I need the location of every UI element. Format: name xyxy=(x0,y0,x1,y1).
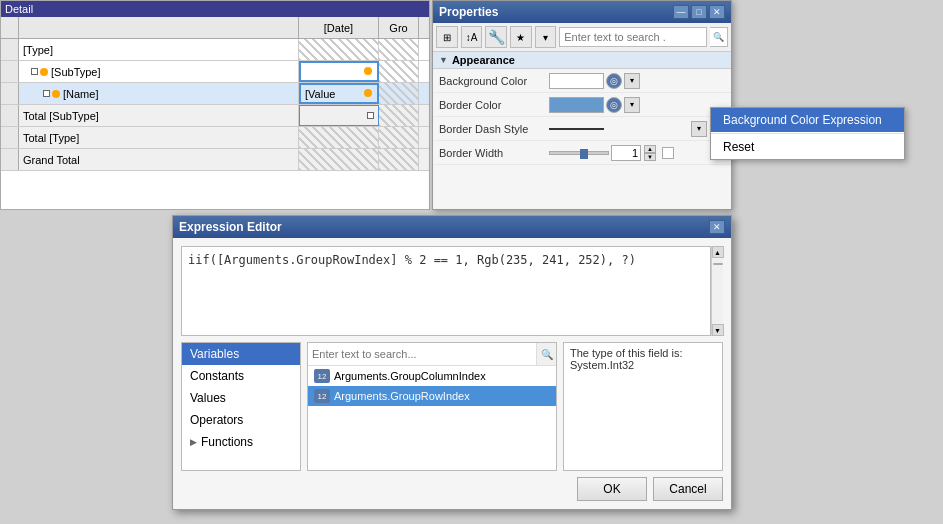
designer-grid: [Date] Gro [Type] [SubType] xyxy=(1,17,429,200)
expr-editor-titlebar: Expression Editor ✕ xyxy=(173,216,731,238)
maximize-button[interactable]: □ xyxy=(691,5,707,19)
expr-search-icon[interactable]: 🔍 xyxy=(536,343,556,365)
search-icon[interactable]: 🔍 xyxy=(710,27,728,47)
border-width-slider[interactable] xyxy=(549,151,609,155)
expr-editor-close-button[interactable]: ✕ xyxy=(709,220,725,234)
ok-button[interactable]: OK xyxy=(577,477,647,501)
small-square-icon xyxy=(31,68,38,75)
border-width-value: ▲ ▼ xyxy=(549,145,725,161)
panel-toolbar: ⊞ ↕A 🔧 ★ ▾ 🔍 xyxy=(433,23,731,52)
properties-search-input[interactable] xyxy=(559,27,707,47)
border-color-label: Border Color xyxy=(439,99,549,111)
orange-dot-icon xyxy=(364,89,372,97)
expand-arrow-icon: ▶ xyxy=(190,437,197,447)
expr-textarea-scrollbar[interactable]: ▲ ▼ xyxy=(711,246,723,336)
background-color-value: ◎ ▾ xyxy=(549,73,725,89)
background-color-label: Background Color xyxy=(439,75,549,87)
table-row: [Name] [Value xyxy=(1,83,429,105)
settings-button[interactable]: 🔧 xyxy=(485,26,507,48)
context-menu-divider xyxy=(711,133,904,134)
border-width-label: Border Width xyxy=(439,147,549,159)
designer-title: Detail xyxy=(5,3,33,15)
border-color-row: Border Color ◎ ▾ xyxy=(433,93,731,117)
star-button[interactable]: ★ xyxy=(510,26,532,48)
table-row: [Type] xyxy=(1,39,429,61)
table-row: [SubType] xyxy=(1,61,429,83)
expression-editor-dialog: Expression Editor ✕ iif([Arguments.Group… xyxy=(172,215,732,510)
type-badge: 12 xyxy=(314,369,330,383)
designer-header: Detail xyxy=(1,1,429,17)
col-headers: [Date] Gro xyxy=(1,17,429,39)
expr-right-panel: The type of this field is: System.Int32 xyxy=(563,342,723,471)
expr-search-row: 🔍 xyxy=(308,343,556,366)
more-button[interactable]: ▾ xyxy=(535,26,557,48)
spinner-up-btn[interactable]: ▲ xyxy=(644,145,656,153)
border-color-dropdown-btn[interactable]: ▾ xyxy=(624,97,640,113)
close-button[interactable]: ✕ xyxy=(709,5,725,19)
border-color-swatch[interactable] xyxy=(549,97,604,113)
context-menu-item-reset[interactable]: Reset xyxy=(711,135,904,159)
col-header-empty xyxy=(19,17,299,38)
background-color-dropdown-btn[interactable]: ▾ xyxy=(624,73,640,89)
scroll-down-btn[interactable]: ▼ xyxy=(712,324,724,336)
row-indicator xyxy=(1,17,19,38)
type-badge: 12 xyxy=(314,389,330,403)
expr-search-input[interactable] xyxy=(308,343,536,365)
border-dash-style-label: Border Dash Style xyxy=(439,123,549,135)
background-color-swatch[interactable] xyxy=(549,73,604,89)
sidebar-item-functions[interactable]: ▶ Functions xyxy=(182,431,300,453)
properties-panel: Properties — □ ✕ ⊞ ↕A 🔧 ★ ▾ 🔍 ▼ Appearan… xyxy=(432,0,732,210)
field-type-info: The type of this field is: System.Int32 xyxy=(570,347,683,371)
col-gro: Gro xyxy=(379,17,419,38)
sort-button[interactable]: ↕A xyxy=(461,26,483,48)
table-row: Total [SubType] xyxy=(1,105,429,127)
orange-dot-icon xyxy=(364,67,372,75)
category-view-button[interactable]: ⊞ xyxy=(436,26,458,48)
properties-title: Properties xyxy=(439,5,498,19)
small-square-icon xyxy=(43,90,50,97)
sidebar-item-values[interactable]: Values xyxy=(182,387,300,409)
table-row: Total [Type] xyxy=(1,127,429,149)
spinner-buttons: ▲ ▼ xyxy=(644,145,656,161)
designer-panel: Detail [Date] Gro [Type] xyxy=(0,0,430,210)
scroll-thumb[interactable] xyxy=(713,263,723,265)
small-square-icon xyxy=(367,112,374,119)
background-color-expr-btn[interactable]: ◎ xyxy=(606,73,622,89)
dash-style-preview xyxy=(549,128,604,130)
minimize-button[interactable]: — xyxy=(673,5,689,19)
orange-dot-icon xyxy=(40,68,48,76)
table-row: Grand Total xyxy=(1,149,429,171)
spinner-down-btn[interactable]: ▼ xyxy=(644,153,656,161)
slider-thumb xyxy=(580,149,588,159)
list-item[interactable]: 12 Arguments.GroupRowIndex xyxy=(308,386,556,406)
expression-textarea[interactable]: iif([Arguments.GroupRowIndex] % 2 == 1, … xyxy=(181,246,711,336)
border-dash-dropdown-btn[interactable]: ▾ xyxy=(691,121,707,137)
col-date: [Date] xyxy=(299,17,379,38)
expr-left-panel: Variables Constants Values Operators ▶ F… xyxy=(181,342,301,471)
scroll-up-btn[interactable]: ▲ xyxy=(712,246,724,258)
cancel-button[interactable]: Cancel xyxy=(653,477,723,501)
orange-dot-icon xyxy=(52,90,60,98)
appearance-section-header[interactable]: ▼ Appearance xyxy=(433,52,731,69)
context-menu-item-bg-expr[interactable]: Background Color Expression xyxy=(711,108,904,132)
context-menu: Background Color Expression Reset xyxy=(710,107,905,160)
expr-editor-title: Expression Editor xyxy=(179,220,282,234)
border-color-value: ◎ ▾ xyxy=(549,97,725,113)
expr-textarea-container: iif([Arguments.GroupRowIndex] % 2 == 1, … xyxy=(181,246,723,336)
list-item[interactable]: 12 Arguments.GroupColumnIndex xyxy=(308,366,556,386)
properties-titlebar: Properties — □ ✕ xyxy=(433,1,731,23)
background-color-row: Background Color ◎ ▾ xyxy=(433,69,731,93)
border-color-expr-btn[interactable]: ◎ xyxy=(606,97,622,113)
border-dash-style-row: Border Dash Style ▾ xyxy=(433,117,731,141)
border-width-input[interactable] xyxy=(611,145,641,161)
sidebar-item-variables[interactable]: Variables xyxy=(182,343,300,365)
expr-dialog-buttons: OK Cancel xyxy=(181,477,723,501)
collapse-arrow-icon: ▼ xyxy=(439,55,448,65)
title-controls: — □ ✕ xyxy=(673,5,725,19)
sidebar-item-operators[interactable]: Operators xyxy=(182,409,300,431)
appearance-label: Appearance xyxy=(452,54,515,66)
border-width-check[interactable] xyxy=(662,147,674,159)
sidebar-item-constants[interactable]: Constants xyxy=(182,365,300,387)
expr-editor-body: iif([Arguments.GroupRowIndex] % 2 == 1, … xyxy=(173,238,731,509)
border-width-row: Border Width ▲ ▼ xyxy=(433,141,731,165)
